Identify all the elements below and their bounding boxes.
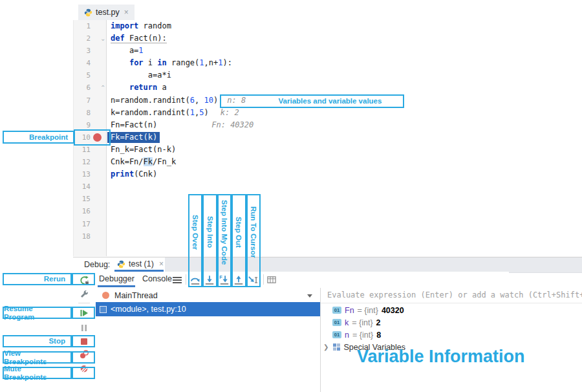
code-segment: Fn_k=Fact(n-k)	[111, 145, 176, 154]
settings-wrench-icon[interactable]	[79, 289, 90, 300]
tab-console[interactable]: Console	[142, 274, 172, 283]
thread-icon	[102, 292, 109, 299]
line-number: 15	[82, 195, 91, 203]
evaluate-expression-input[interactable]: Evaluate expression (Enter) or add a wat…	[321, 288, 582, 303]
code-lines: import randomdef Fact(n): a=1 for i in r…	[111, 20, 582, 243]
debug-run-tab-title: test (1)	[129, 259, 154, 268]
layout-menu-icon[interactable]	[173, 277, 182, 283]
code-line[interactable]	[111, 180, 582, 193]
variable-value: 2	[376, 318, 381, 327]
variable-name: Fn	[345, 306, 354, 315]
debug-run-tab-close-icon[interactable]: ×	[159, 259, 164, 268]
code-line[interactable]	[111, 193, 582, 205]
code-line[interactable]: Fn_k=Fact(n-k)	[111, 144, 582, 156]
variable-row[interactable]: 01n= {int}8	[321, 329, 381, 341]
code-line[interactable]: import random	[111, 20, 582, 32]
code-segment: ,n+	[204, 58, 219, 67]
code-line[interactable]: k=random.randint(1,5)k: 2	[111, 107, 582, 119]
annotation-breakpoint-box	[74, 129, 111, 146]
code-segment	[111, 83, 129, 92]
debug-run-tab[interactable]: test (1) ×	[117, 259, 164, 268]
code-segment: for	[129, 58, 144, 67]
code-line[interactable]: Fn=Fact(n)Fn: 40320	[111, 119, 582, 131]
annotation-step-out-box: Step Out	[232, 194, 246, 287]
gutter-line[interactable]: 14	[74, 180, 106, 193]
code-line[interactable]: def Fact(n):	[111, 32, 582, 45]
line-number: 18	[82, 232, 91, 241]
restore-layout-grid-icon[interactable]	[266, 275, 277, 287]
code-segment: /Fn_k	[153, 157, 176, 166]
code-line[interactable]: a=1	[111, 45, 582, 57]
variables-panel: Evaluate expression (Enter) or add a wat…	[320, 288, 582, 392]
annotation-step-label: Run To Cursor	[250, 206, 257, 258]
pause-icon[interactable]	[79, 323, 90, 334]
line-number: 13	[82, 170, 91, 179]
toolbar-divider	[78, 303, 90, 303]
stack-frame-row[interactable]: <module>, test.py:10	[96, 302, 320, 316]
annotation-run-to-cursor-box: Run To Cursor	[246, 194, 261, 287]
code-segment: 1	[138, 46, 143, 55]
gutter-line[interactable]: 18	[74, 230, 106, 243]
line-number: 7	[86, 96, 91, 105]
line-number: 11	[82, 146, 91, 154]
gutter-line[interactable]: 12	[74, 156, 106, 168]
variable-type: = {int}	[358, 306, 378, 315]
tab-close-icon[interactable]: ×	[124, 8, 129, 17]
gutter-line[interactable]: 17	[74, 218, 106, 230]
code-segment: n=random.randint(	[111, 96, 190, 105]
annotation-resume-program-box	[72, 307, 95, 319]
annotation-view-breakpoints-box	[72, 351, 95, 364]
tab-debugger[interactable]: Debugger	[99, 274, 135, 283]
gutter-line[interactable]: 8	[74, 107, 106, 119]
code-editor[interactable]: 12⌄3456⌃789101112131415161718 import ran…	[73, 20, 582, 256]
code-line[interactable]: Fk=Fact(k)	[111, 131, 582, 144]
annotation-step-label: Step Into My Code	[221, 200, 228, 265]
code-segment: Fk	[144, 157, 153, 166]
gutter-line[interactable]: 15	[74, 193, 106, 205]
editor-tab-test-py[interactable]: test.py ×	[78, 5, 135, 20]
code-line[interactable]: a=a*i	[111, 69, 582, 82]
python-file-icon	[84, 8, 92, 17]
gutter-line[interactable]: 16	[74, 205, 106, 217]
gutter-line[interactable]: 7	[74, 94, 106, 107]
fold-down-icon[interactable]: ⌄	[100, 32, 105, 45]
code-line[interactable]: Cnk=Fn/Fk/Fn_k	[111, 156, 582, 168]
gutter-line[interactable]: 5	[74, 69, 106, 82]
gutter-line[interactable]: 3	[74, 45, 106, 57]
gutter-line[interactable]: 1	[74, 20, 106, 32]
code-line[interactable]	[111, 218, 582, 230]
code-line[interactable]: for i in range(1,n+1):	[111, 57, 582, 69]
code-line[interactable]: return a	[111, 82, 582, 94]
line-number: 5	[86, 71, 91, 80]
code-segment: Fk=Fact(k)	[107, 132, 160, 143]
variable-row[interactable]: 01k= {int}2	[321, 316, 381, 329]
code-segment: print	[111, 169, 134, 179]
chevron-right-icon[interactable]: ❯	[323, 343, 329, 351]
fold-up-icon[interactable]: ⌃	[100, 82, 105, 94]
gutter-line[interactable]: 4	[74, 57, 106, 69]
code-segment: (Cnk)	[134, 169, 157, 179]
code-segment: i	[144, 58, 158, 67]
gutter-line[interactable]: 6⌃	[74, 82, 106, 94]
annotation-breakpoint-label: Breakpoint	[3, 131, 74, 144]
code-segment: a=	[111, 46, 138, 55]
gutter-line[interactable]: 13	[74, 168, 106, 180]
annotation-step-label: Step Over	[191, 215, 199, 250]
int-variable-icon: 01	[332, 319, 341, 326]
tab-debugger-underline	[98, 285, 135, 287]
code-line[interactable]	[111, 205, 582, 217]
chevron-down-icon[interactable]	[307, 294, 312, 298]
line-number: 8	[86, 109, 91, 117]
thread-selector[interactable]: MainThread	[96, 289, 320, 302]
special-variables-icon	[333, 343, 340, 351]
annotation-step-label: Step Out	[235, 217, 242, 248]
code-line[interactable]: print(Cnk)	[111, 168, 582, 180]
line-number: 14	[82, 182, 91, 191]
gutter-line[interactable]: 2⌄	[74, 32, 106, 45]
pycharm-debug-window: test.py × 12⌄3456⌃789101112131415161718 …	[0, 0, 582, 392]
code-segment: )	[213, 96, 218, 105]
code-segment: return	[129, 83, 157, 92]
variable-row[interactable]: 01Fn= {int}40320	[321, 304, 404, 316]
frame-icon	[100, 306, 107, 313]
code-line[interactable]	[111, 230, 582, 243]
